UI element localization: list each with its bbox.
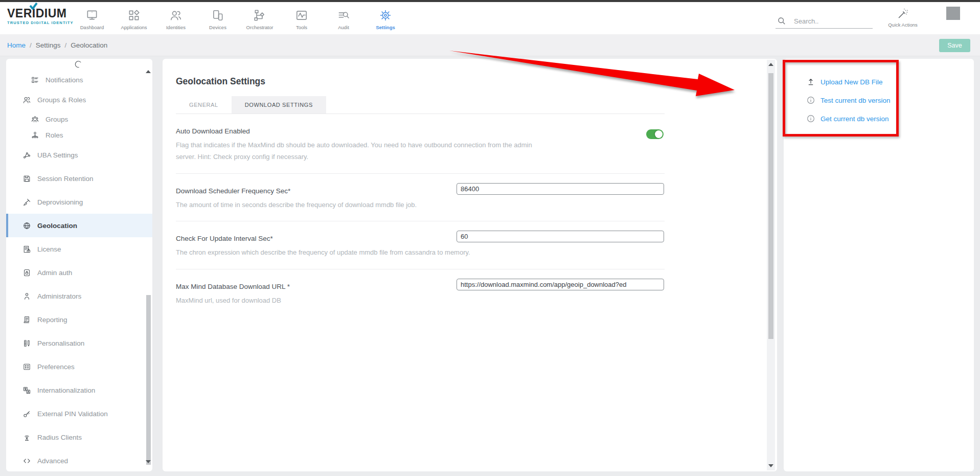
top-navigation-bar: VERIDIUM TRUSTED DIGITAL IDENTITY Dashbo… — [0, 0, 980, 34]
sidebar-item-label: External PIN Validation — [37, 410, 108, 418]
sidebar-item-label: UBA Settings — [37, 151, 78, 159]
gear-icon — [364, 8, 406, 23]
sidebar-item-geolocation[interactable]: Geolocation — [6, 214, 152, 237]
sidebar-item-internationalization[interactable]: Internationalization — [6, 378, 152, 402]
sidebar-item-advanced[interactable]: Advanced — [6, 449, 152, 471]
sidebar-item-admin-auth[interactable]: Admin auth — [6, 261, 152, 284]
tab-general[interactable]: GENERAL — [176, 96, 232, 114]
quick-actions-label: Quick Actions — [880, 22, 925, 28]
sidebar-item-label: Groups & Roles — [37, 96, 86, 104]
broom-icon — [22, 198, 31, 207]
upload-new-db-file-link[interactable]: Upload New DB File — [784, 73, 974, 91]
scroll-up-arrow[interactable] — [768, 63, 773, 66]
sidebar-item-label: Groups — [45, 116, 68, 123]
identities-icon — [155, 8, 197, 23]
sidebar-item-preferences[interactable]: Preferences — [6, 355, 152, 378]
scrollbar-thumb[interactable] — [146, 295, 151, 465]
nav-item-settings[interactable]: Settings — [364, 4, 406, 30]
action-link-label: Get current db version — [821, 115, 889, 123]
floppy-icon — [22, 174, 31, 183]
auto-download-enabled-toggle[interactable] — [646, 129, 664, 139]
sidebar-item-personalisation[interactable]: Personalisation — [6, 331, 152, 355]
sidebar-item-notifications[interactable]: Notifications — [6, 72, 152, 88]
sidebar-item-label: Admin auth — [37, 269, 72, 277]
main-nav: DashboardApplicationsIdentitiesDevicesOr… — [71, 4, 406, 30]
geolocation-settings-panel: Geolocation Settings GENERALDOWNLOAD SET… — [163, 59, 777, 471]
sidebar-item-reporting[interactable]: Reporting — [6, 308, 152, 331]
sidebar-item-label: Roles — [45, 131, 63, 139]
sidebar-item-label: Geolocation — [37, 222, 77, 230]
nav-item-label: Settings — [364, 25, 406, 30]
field-row-download-scheduler-frequency-sec: Download Scheduler Frequency Sec*The amo… — [176, 174, 665, 222]
settings-sidebar: NotificationsGroups & RolesGroupsRolesUB… — [6, 59, 152, 471]
main-content-scrollbar[interactable] — [767, 60, 775, 470]
apps-icon — [113, 8, 155, 23]
sidebar-item-administrators[interactable]: Administrators — [6, 284, 152, 308]
sidebar-item-groups[interactable]: Groups — [6, 111, 152, 127]
sidebar-item-label: Session Retention — [37, 175, 94, 183]
sidebar-item-roles[interactable]: Roles — [6, 127, 152, 143]
sidebar-item-uba-settings[interactable]: UBA Settings — [6, 143, 152, 167]
max-mind-database-download-url-input[interactable] — [457, 279, 664, 290]
sidebar-scrollbar[interactable] — [145, 66, 152, 464]
monitor-icon — [71, 8, 113, 23]
user-avatar[interactable] — [946, 7, 960, 20]
field-description: MaxMind url, used for download DB — [176, 295, 534, 307]
crowd-icon — [31, 115, 39, 124]
notifications-icon — [31, 76, 39, 84]
sidebar-item-radius-clients[interactable]: Radius Clients — [6, 425, 152, 449]
settings-menu: NotificationsGroups & RolesGroupsRolesUB… — [6, 59, 152, 471]
sidebar-item-label: License — [37, 245, 61, 253]
sidebar-item-label: Reporting — [37, 316, 67, 324]
breadcrumb-home[interactable]: Home — [7, 41, 26, 49]
action-link-label: Test current db version — [821, 97, 891, 104]
nav-item-dashboard[interactable]: Dashboard — [71, 4, 113, 30]
info-icon — [806, 96, 815, 105]
nav-item-devices[interactable]: Devices — [197, 4, 239, 30]
test-current-db-version-link[interactable]: Test current db version — [784, 91, 974, 109]
sidebar-item-label: Deprovisioning — [37, 198, 83, 206]
breadcrumb-settings[interactable]: Settings — [36, 41, 61, 49]
ruler-pen-icon — [22, 339, 31, 348]
download-scheduler-frequency-sec-input[interactable] — [457, 183, 664, 195]
quick-actions-button[interactable]: Quick Actions — [880, 7, 925, 28]
check-for-update-interval-sec-input[interactable] — [457, 231, 664, 242]
sidebar-item-license[interactable]: License — [6, 237, 152, 261]
doc-lock-icon — [22, 245, 31, 254]
sidebar-item-groups-roles[interactable]: Groups & Roles — [6, 88, 152, 111]
tab-download-settings[interactable]: DOWNLOAD SETTINGS — [232, 96, 326, 114]
scroll-up-arrow[interactable] — [146, 70, 151, 73]
logo-checkmark-icon — [29, 3, 38, 10]
sidebar-item-deprovisioning[interactable]: Deprovisioning — [6, 190, 152, 214]
sidebar-item-external-pin-validation[interactable]: External PIN Validation — [6, 402, 152, 425]
shield-lock-icon — [22, 268, 31, 277]
orchestrator-icon — [239, 8, 281, 23]
scroll-down-arrow[interactable] — [768, 464, 773, 467]
scrollbar-thumb[interactable] — [768, 73, 773, 339]
nav-item-label: Tools — [281, 25, 323, 30]
nav-item-audit[interactable]: Audit — [323, 4, 364, 30]
key-icon — [22, 410, 31, 418]
clipped-arc-icon — [73, 60, 82, 69]
nav-item-tools[interactable]: Tools — [281, 4, 323, 30]
sidebar-item-label: Notifications — [45, 76, 83, 84]
nav-item-label: Audit — [323, 25, 364, 30]
nav-item-label: Identities — [155, 25, 197, 30]
settings-form: Auto Download EnabledFlag that indicates… — [176, 114, 665, 317]
breadcrumb-bar: Home / Settings / Geolocation — [0, 34, 980, 56]
scroll-down-arrow[interactable] — [146, 460, 151, 463]
field-row-check-for-update-interval-sec: Check For Update Interval Sec*The chron … — [176, 221, 665, 269]
search-input[interactable] — [776, 14, 873, 29]
nav-item-orchestrator[interactable]: Orchestrator — [239, 4, 281, 30]
get-current-db-version-link[interactable]: Get current db version — [784, 109, 974, 128]
nav-item-applications[interactable]: Applications — [113, 4, 155, 30]
globe-icon — [22, 221, 31, 230]
nav-item-identities[interactable]: Identities — [155, 4, 197, 30]
devices-icon — [197, 8, 239, 23]
sidebar-item-label: Administrators — [37, 292, 81, 300]
nav-item-label: Applications — [113, 25, 155, 30]
sidebar-item-session-retention[interactable]: Session Retention — [6, 167, 152, 190]
save-button[interactable]: Save — [939, 39, 970, 52]
toggle-knob — [655, 130, 663, 138]
action-link-label: Upload New DB File — [821, 78, 883, 86]
